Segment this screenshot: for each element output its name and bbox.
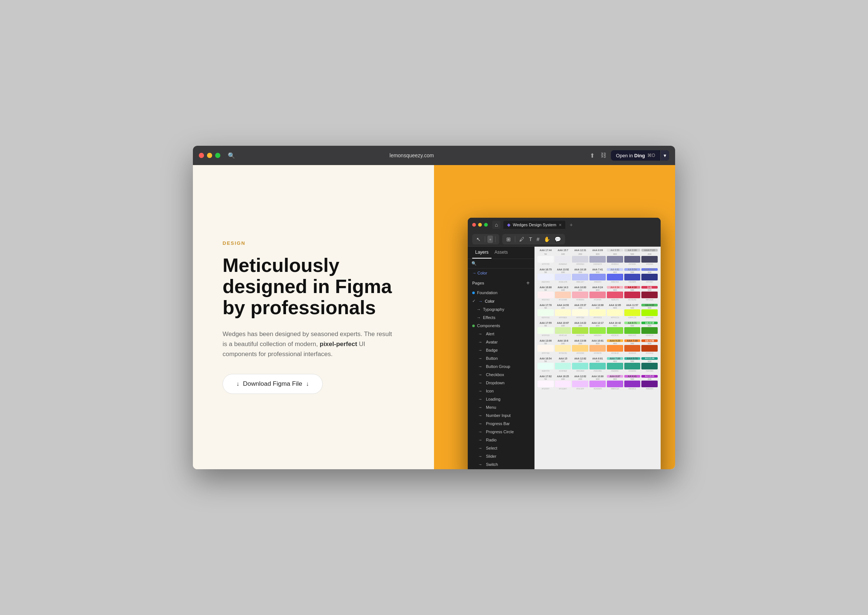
arrow-icon: → [478, 405, 482, 409]
page-dot [472, 292, 475, 294]
figma-component-tool[interactable]: # [535, 236, 542, 243]
arrow-icon: → [477, 307, 481, 312]
arrow-icon: → [478, 454, 482, 459]
page-item-typography[interactable]: → Typography [468, 305, 534, 314]
arrow-icon: → [478, 364, 482, 369]
checkmark-icon: ✓ [472, 298, 476, 303]
tab-layers[interactable]: Layers [472, 247, 492, 259]
maximize-button[interactable] [215, 153, 220, 158]
page-item-button-group[interactable]: → Button Group [474, 362, 534, 371]
separator [495, 236, 496, 242]
figma-move-tools: ↖ ◦ [472, 234, 499, 244]
separator [515, 236, 515, 242]
page-item-number-input[interactable]: → Number Input [474, 411, 534, 420]
figma-comment-tool[interactable]: 💬 [553, 236, 563, 243]
page-item-menu[interactable]: → Menu [474, 403, 534, 411]
figma-frame-tool[interactable]: ⊞ [504, 236, 513, 243]
traffic-lights [199, 153, 220, 158]
bookmark-icon[interactable]: ⛓ [599, 151, 608, 160]
figma-file-tab[interactable]: ◆ Wedges Design System ✕ [503, 221, 565, 229]
browser-window: 🔍 lemonsqueezy.com ⬆ ⛓ Open in Ding ⌘O ▾… [193, 146, 675, 469]
tab-assets[interactable]: Assets [492, 247, 511, 259]
figma-canvas[interactable]: AAA 17:44 AAA 15:7 AAA 12:31 AAA 8:09 AA… [534, 247, 660, 469]
page-item-effects[interactable]: → Effects [468, 314, 534, 322]
page-item-switch[interactable]: → Switch [474, 460, 534, 468]
page-item-avatar[interactable]: → Avatar [474, 338, 534, 346]
figma-tab-close[interactable]: ✕ [559, 223, 562, 227]
add-page-button[interactable]: + [526, 280, 530, 286]
figma-text-tool[interactable]: T [527, 236, 534, 243]
download-button[interactable]: ↓ Download Figma File ↓ [223, 374, 323, 394]
figma-select-tool[interactable]: ◦ [487, 236, 493, 243]
arrow-icon: → [478, 429, 482, 434]
page-item-loading[interactable]: → Loading [474, 395, 534, 403]
figma-add-tab[interactable]: + [570, 222, 573, 228]
page-item-badge[interactable]: → Badge [474, 346, 534, 354]
page-item-color[interactable]: ✓ → Color [468, 297, 534, 305]
arrow-icon: → [478, 413, 482, 418]
figma-file-title: Wedges Design System [513, 223, 556, 227]
pages-label: Pages [472, 281, 484, 285]
page-item-components[interactable]: Components [468, 322, 534, 330]
figma-sidebar: Layers Assets 🔍 → Color Pages + [468, 247, 534, 469]
page-item-checkbox[interactable]: → Checkbox [474, 371, 534, 379]
arrow-icon: → [478, 446, 482, 450]
browser-url[interactable]: lemonsqueezy.com [240, 153, 584, 158]
open-in-button[interactable]: Open in Ding ⌘O [611, 151, 660, 161]
figma-pen-tool[interactable]: 🖊 [517, 236, 526, 243]
arrow-icon: → [479, 299, 482, 303]
figma-titlebar: ⌂ ◆ Wedges Design System ✕ + [468, 218, 660, 232]
page-item-alert[interactable]: → Alert [474, 330, 534, 338]
search-icon: 🔍 [471, 261, 477, 266]
browser-chrome: 🔍 lemonsqueezy.com ⬆ ⛓ Open in Ding ⌘O ▾ [193, 146, 675, 165]
page-content: DESIGN Meticulously designed in Figma by… [193, 165, 675, 469]
arrow-icon: → [477, 315, 481, 320]
arrow-icon: → [478, 356, 482, 361]
open-in-dropdown-button[interactable]: ▾ [660, 150, 669, 161]
arrow-icon: → [478, 397, 482, 401]
design-label: DESIGN [223, 240, 412, 246]
figma-maximize[interactable] [484, 223, 488, 226]
page-item-dropdown[interactable]: → Dropdown [474, 379, 534, 387]
color-nav[interactable]: → Color [468, 268, 534, 278]
search-icon[interactable]: 🔍 [228, 152, 235, 159]
page-item-button[interactable]: → Button [474, 354, 534, 362]
arrow-icon: → [478, 340, 482, 344]
download-icon: ↓ [236, 381, 239, 387]
page-item-radio[interactable]: → Radio [474, 436, 534, 444]
share-icon[interactable]: ⬆ [588, 151, 596, 161]
open-in-shortcut: ⌘O [647, 153, 655, 158]
search-input[interactable] [479, 262, 531, 266]
hero-title: Meticulously designed in Figma by profes… [223, 255, 412, 318]
open-in-label: Open in Ding [616, 153, 645, 158]
page-item-progress-bar[interactable]: → Progress Bar [474, 420, 534, 428]
arrow-icon: → [478, 389, 482, 393]
page-item-slider[interactable]: → Slider [474, 452, 534, 460]
arrow-icon: → [478, 381, 482, 385]
page-item-select[interactable]: → Select [474, 444, 534, 452]
figma-hand-tool[interactable]: ✋ [542, 236, 552, 243]
figma-body: Layers Assets 🔍 → Color Pages + [468, 247, 660, 469]
page-item-icon[interactable]: → Icon [474, 387, 534, 395]
arrow-icon: → [478, 421, 482, 426]
figma-shape-tools: ⊞ 🖊 T # ✋ 💬 [502, 234, 565, 244]
figma-sidebar-search: 🔍 [468, 259, 534, 268]
minimize-button[interactable] [207, 153, 212, 158]
figma-pointer-tool[interactable]: ↖ [475, 236, 482, 243]
figma-close[interactable] [472, 223, 476, 226]
arrow-icon: → [478, 372, 482, 377]
figma-sidebar-tabs: Layers Assets [468, 247, 534, 259]
arrow-icon: → [478, 462, 482, 467]
page-item-progress-circle[interactable]: → Progress Circle [474, 428, 534, 436]
figma-window: ⌂ ◆ Wedges Design System ✕ + ↖ ◦ [468, 218, 660, 469]
page-item-foundation[interactable]: Foundation [468, 289, 534, 297]
figma-pages-header: Pages + [468, 278, 534, 289]
figma-home-button[interactable]: ⌂ [492, 221, 500, 229]
figma-minimize[interactable] [478, 223, 482, 226]
page-item-tabs[interactable]: → Tabs [474, 468, 534, 469]
arrow-icon: → [478, 348, 482, 353]
arrow-icon: → [478, 332, 482, 336]
color-canvas: AAA 17:44 AAA 15:7 AAA 12:31 AAA 8:09 AA… [534, 247, 660, 469]
close-button[interactable] [199, 153, 204, 158]
download-icon-right: ↓ [306, 381, 309, 387]
